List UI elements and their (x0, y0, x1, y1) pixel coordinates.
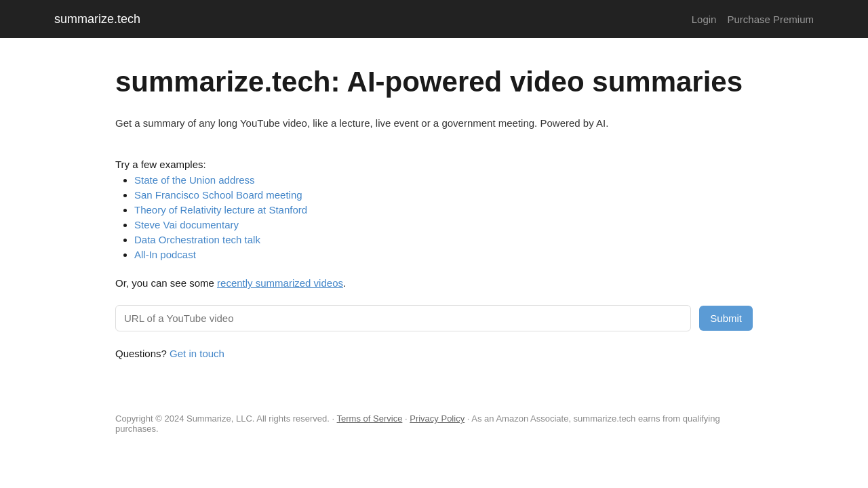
brand-link[interactable]: summarize.tech (54, 12, 140, 26)
premium-link[interactable]: Purchase Premium (727, 14, 814, 25)
page-title: summarize.tech: AI-powered video summari… (115, 65, 753, 99)
example-link-5[interactable]: Data Orchestration tech talk (134, 234, 260, 245)
get-in-touch-link[interactable]: Get in touch (170, 348, 224, 359)
example-link-2[interactable]: San Francisco School Board meeting (134, 189, 302, 201)
tos-link[interactable]: Terms of Service (337, 413, 403, 424)
tagline: Get a summary of any long YouTube video,… (115, 115, 753, 131)
recent-prefix: Or, you can see some (115, 277, 217, 289)
list-item: State of the Union address (134, 174, 753, 186)
recent-link[interactable]: recently summarized videos (217, 277, 343, 289)
list-item: Theory of Relativity lecture at Stanford (134, 204, 753, 216)
examples-section: Try a few examples: State of the Union a… (115, 159, 753, 261)
list-item: Steve Vai documentary (134, 219, 753, 231)
url-input[interactable] (115, 305, 691, 331)
footer: Copyright © 2024 Summarize, LLC. All rig… (61, 400, 807, 461)
list-item: Data Orchestration tech talk (134, 234, 753, 246)
examples-label: Try a few examples: (115, 159, 753, 170)
login-link[interactable]: Login (692, 14, 717, 25)
main-content: summarize.tech: AI-powered video summari… (61, 38, 807, 400)
nav-links: Login Purchase Premium (692, 14, 814, 25)
footer-copyright: Copyright © 2024 Summarize, LLC. All rig… (115, 413, 334, 424)
questions-prefix: Questions? (115, 348, 170, 359)
url-form: Submit (115, 305, 753, 331)
list-item: San Francisco School Board meeting (134, 189, 753, 201)
list-item: All-In podcast (134, 249, 753, 261)
footer-text: Copyright © 2024 Summarize, LLC. All rig… (115, 413, 753, 434)
example-link-6[interactable]: All-In podcast (134, 249, 196, 260)
example-link-1[interactable]: State of the Union address (134, 174, 255, 186)
example-link-4[interactable]: Steve Vai documentary (134, 219, 239, 230)
recent-suffix: . (343, 277, 346, 289)
recent-text: Or, you can see some recently summarized… (115, 277, 753, 289)
navbar: summarize.tech Login Purchase Premium (0, 0, 868, 38)
example-link-3[interactable]: Theory of Relativity lecture at Stanford (134, 204, 307, 216)
examples-list: State of the Union address San Francisco… (115, 174, 753, 261)
questions-text: Questions? Get in touch (115, 348, 753, 359)
submit-button[interactable]: Submit (699, 306, 753, 331)
privacy-link[interactable]: Privacy Policy (410, 413, 465, 424)
